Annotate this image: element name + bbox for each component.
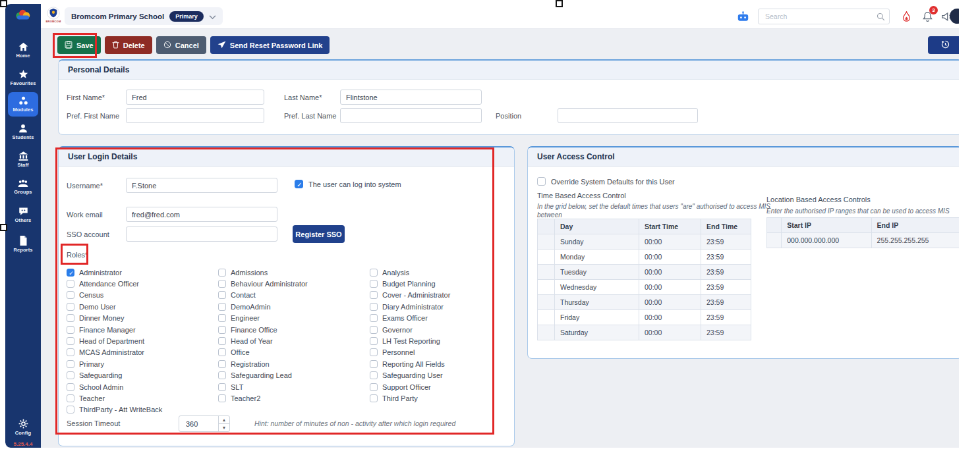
role-option[interactable]: Registration: [218, 358, 308, 369]
sidebar-item-groups[interactable]: Groups: [5, 179, 41, 195]
role-option[interactable]: School Admin: [67, 381, 162, 392]
first-name-input[interactable]: [126, 90, 264, 105]
flame-icon[interactable]: [899, 9, 913, 24]
role-checkbox[interactable]: [67, 371, 74, 379]
override-defaults-checkbox[interactable]: [537, 177, 546, 186]
role-option[interactable]: Support Officer: [370, 381, 450, 392]
time-access-row[interactable]: Tuesday 00:00 23:59: [538, 265, 751, 280]
role-option[interactable]: Administrator: [67, 267, 162, 278]
role-option[interactable]: Head of Department: [67, 335, 162, 346]
sidebar-item-home[interactable]: Home: [5, 42, 41, 59]
delete-button[interactable]: Delete: [105, 36, 152, 54]
role-option[interactable]: LH Test Reporting: [370, 335, 450, 346]
role-option[interactable]: Exams Officer: [370, 313, 450, 324]
sidebar-item-others[interactable]: Others: [5, 207, 41, 223]
sidebar-item-staff[interactable]: Staff: [5, 151, 41, 168]
role-option[interactable]: Finance Manager: [67, 324, 162, 335]
role-option[interactable]: Head of Year: [218, 335, 308, 346]
location-access-row[interactable]: 000.000.000.000 255.255.255.255: [767, 233, 960, 248]
sidebar-item-students[interactable]: Students: [5, 124, 41, 140]
sidebar-item-config[interactable]: Config: [5, 419, 41, 436]
role-option[interactable]: Personnel: [370, 347, 450, 358]
time-access-row[interactable]: Friday 00:00 23:59: [538, 310, 751, 325]
time-access-row[interactable]: Monday 00:00 23:59: [538, 250, 751, 265]
role-checkbox[interactable]: [67, 291, 74, 299]
role-option[interactable]: Contact: [218, 290, 308, 301]
pref-first-name-input[interactable]: [126, 108, 264, 123]
role-option[interactable]: Safeguarding User: [370, 370, 450, 381]
search-input[interactable]: [758, 9, 890, 24]
role-option[interactable]: Safeguarding: [67, 370, 162, 381]
session-timeout-value[interactable]: 360: [179, 416, 218, 431]
work-email-input[interactable]: [126, 207, 277, 222]
sidebar-item-reports[interactable]: Reports: [5, 236, 41, 253]
role-option[interactable]: Governor: [370, 324, 450, 335]
role-option[interactable]: Behaviour Administrator: [218, 278, 308, 289]
role-checkbox[interactable]: [370, 291, 378, 299]
role-checkbox[interactable]: [370, 360, 378, 368]
role-checkbox[interactable]: [218, 326, 226, 334]
role-option[interactable]: ThirdParty - Att WriteBack: [67, 404, 162, 415]
cancel-button[interactable]: Cancel: [156, 36, 206, 54]
role-checkbox[interactable]: [218, 269, 226, 277]
role-option[interactable]: Third Party: [370, 392, 450, 404]
history-button[interactable]: [928, 36, 959, 54]
pref-last-name-input[interactable]: [340, 108, 482, 123]
role-checkbox[interactable]: [370, 303, 378, 311]
role-checkbox[interactable]: [67, 303, 74, 311]
role-checkbox[interactable]: [370, 371, 378, 379]
role-checkbox[interactable]: [370, 348, 378, 356]
role-checkbox[interactable]: [67, 406, 74, 413]
role-option[interactable]: Teacher: [67, 392, 162, 404]
role-checkbox[interactable]: [218, 280, 226, 288]
role-checkbox[interactable]: [218, 337, 226, 345]
role-checkbox[interactable]: [67, 314, 74, 322]
role-option[interactable]: DemoAdmin: [218, 301, 308, 312]
time-access-row[interactable]: Thursday 00:00 23:59: [538, 295, 751, 310]
role-checkbox[interactable]: [67, 348, 74, 356]
role-option[interactable]: Budget Planning: [370, 278, 450, 289]
role-checkbox[interactable]: [67, 360, 74, 368]
chat-bot-icon[interactable]: [735, 9, 750, 24]
time-access-row[interactable]: Saturday 00:00 23:59: [538, 325, 751, 340]
role-option[interactable]: Primary: [67, 358, 162, 369]
role-checkbox[interactable]: [67, 280, 74, 288]
role-checkbox[interactable]: [218, 394, 226, 402]
sidebar-item-modules[interactable]: Modules: [8, 92, 38, 117]
can-login-checkbox[interactable]: [295, 180, 303, 188]
role-checkbox[interactable]: [370, 280, 378, 288]
role-option[interactable]: Attendance Officer: [67, 278, 162, 289]
role-option[interactable]: Teacher2: [218, 392, 308, 404]
register-sso-button[interactable]: Register SSO: [293, 225, 345, 243]
role-option[interactable]: SLT: [218, 381, 308, 392]
role-option[interactable]: Admissions: [218, 267, 308, 278]
role-checkbox[interactable]: [370, 337, 378, 345]
role-option[interactable]: Office: [218, 347, 308, 358]
last-name-input[interactable]: [340, 90, 482, 105]
role-option[interactable]: Census: [67, 290, 162, 301]
stepper-up-button[interactable]: ▲: [219, 416, 229, 424]
role-checkbox[interactable]: [218, 371, 226, 379]
role-checkbox[interactable]: [218, 314, 226, 322]
time-access-row[interactable]: Wednesday 00:00 23:59: [538, 280, 751, 295]
role-option[interactable]: MCAS Administrator: [67, 347, 162, 358]
role-checkbox[interactable]: [67, 394, 74, 402]
role-option[interactable]: Demo User: [67, 301, 162, 312]
sso-account-input[interactable]: [126, 226, 277, 242]
role-checkbox[interactable]: [218, 291, 226, 299]
sidebar-item-favourites[interactable]: Favourites: [5, 70, 41, 86]
send-reset-password-button[interactable]: Send Reset Password Link: [210, 36, 330, 54]
role-option[interactable]: Diary Administrator: [370, 301, 450, 312]
username-input[interactable]: [126, 178, 277, 193]
time-access-row[interactable]: Sunday 00:00 23:59: [538, 234, 751, 250]
role-option[interactable]: Finance Office: [218, 324, 308, 335]
role-checkbox[interactable]: [218, 360, 226, 368]
role-checkbox[interactable]: [218, 348, 226, 356]
role-option[interactable]: Dinner Money: [67, 313, 162, 324]
role-checkbox[interactable]: [218, 383, 226, 391]
role-checkbox[interactable]: [370, 314, 378, 322]
role-checkbox[interactable]: [370, 326, 378, 334]
role-option[interactable]: Reporting All Fields: [370, 358, 450, 369]
role-checkbox[interactable]: [67, 337, 74, 345]
role-option[interactable]: Cover - Administrator: [370, 290, 450, 301]
